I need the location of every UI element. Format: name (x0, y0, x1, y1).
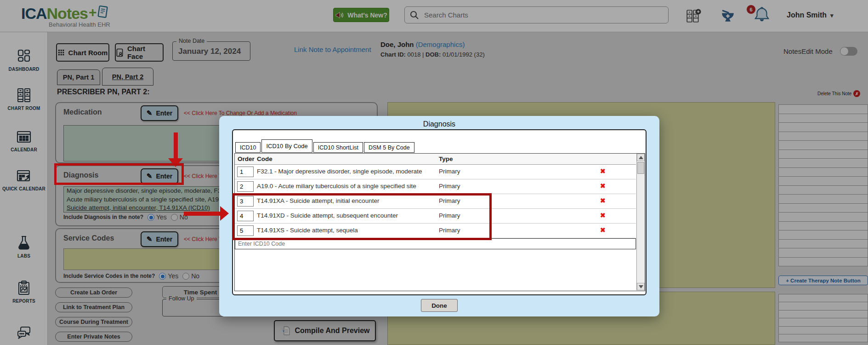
scroll-up-button[interactable] (637, 154, 645, 161)
modal-title: Diagnosis (219, 120, 659, 128)
tab-label: ICD10 By Code (266, 143, 307, 150)
tab-icd10-shortlist[interactable]: ICD10 ShortList (313, 142, 363, 153)
diagnosis-type[interactable]: Primary (439, 168, 460, 175)
column-order: Order (238, 155, 255, 162)
tab-icd10[interactable]: ICD10 (235, 142, 261, 153)
remove-diagnosis-icon[interactable] (600, 197, 606, 204)
annotation-arrow-right-shaft (184, 212, 221, 216)
remove-diagnosis-icon[interactable] (600, 226, 606, 234)
done-button[interactable]: Done (421, 299, 458, 312)
order-input[interactable] (237, 181, 254, 192)
diagnosis-code: A19.0 - Acute miliary tuberculosis of a … (257, 183, 416, 190)
column-code: Code (257, 155, 272, 162)
tab-icd10-by-code[interactable]: ICD10 By Code (261, 139, 312, 153)
annotation-arrow-right-head (220, 206, 229, 221)
scroll-down-button[interactable] (637, 283, 645, 290)
icanotes-app: ICANotes+ Behavioral Health EHR What's N… (0, 0, 868, 345)
remove-diagnosis-icon[interactable] (600, 212, 606, 219)
icd10-code-input[interactable] (235, 239, 635, 249)
tab-label: DSM 5 By Code (369, 144, 410, 151)
tab-dsm5-by-code[interactable]: DSM 5 By Code (364, 142, 414, 153)
tab-label: ICD10 ShortList (318, 144, 358, 151)
remove-diagnosis-icon[interactable] (600, 182, 606, 190)
diagnosis-list-header: Order Code Type (235, 154, 636, 165)
scrollbar-thumb[interactable] (637, 162, 644, 174)
diagnosis-row[interactable]: A19.0 - Acute miliary tuberculosis of a … (235, 179, 636, 194)
order-input[interactable] (237, 167, 254, 177)
tab-label: ICD10 (240, 144, 256, 151)
annotation-box-diagnosis-section (54, 163, 184, 185)
remove-diagnosis-icon[interactable] (600, 167, 606, 175)
diagnosis-code: F32.1 - Major depressive disorder, singl… (257, 168, 422, 175)
arrow-up-icon (639, 156, 643, 159)
done-label: Done (431, 302, 447, 309)
diagnosis-tab-bar: ICD10 ICD10 By Code ICD10 ShortList DSM … (235, 139, 415, 153)
diagnosis-row[interactable]: F32.1 - Major depressive disorder, singl… (235, 165, 636, 179)
annotation-arrow-down-shaft (174, 132, 178, 159)
column-type: Type (439, 155, 453, 162)
diagnosis-type[interactable]: Primary (439, 183, 460, 190)
scrollbar[interactable] (636, 154, 645, 290)
arrow-down-icon (639, 285, 643, 288)
annotation-box-suicide-codes (232, 193, 492, 240)
